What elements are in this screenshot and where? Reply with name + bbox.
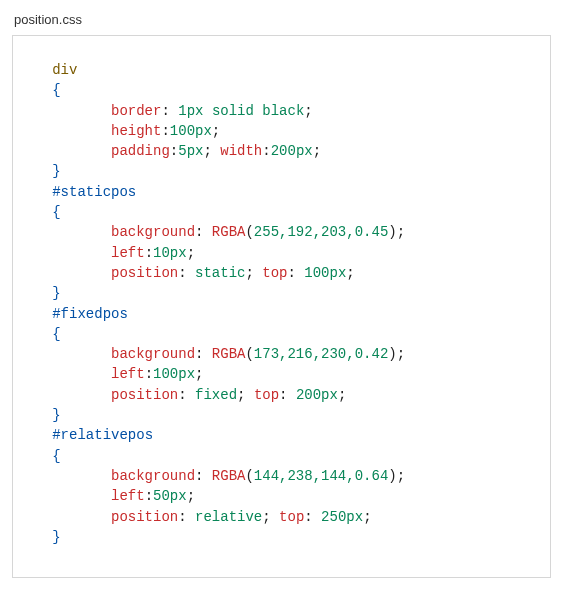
css-brace: } xyxy=(52,163,60,179)
css-semicolon: ; xyxy=(195,366,203,382)
css-colon: : xyxy=(195,468,203,484)
css-colon: : xyxy=(161,123,169,139)
css-function-args: 173,216,230,0.42 xyxy=(254,346,388,362)
css-property: position xyxy=(111,509,178,525)
css-paren: ) xyxy=(388,224,396,240)
css-semicolon: ; xyxy=(313,143,321,159)
css-semicolon: ; xyxy=(397,468,405,484)
css-value: solid xyxy=(212,103,254,119)
css-colon: : xyxy=(304,509,312,525)
css-semicolon: ; xyxy=(397,346,405,362)
css-property: background xyxy=(111,468,195,484)
css-function-name: RGBA xyxy=(212,224,246,240)
css-selector: #staticpos xyxy=(52,184,136,200)
css-property: padding xyxy=(111,143,170,159)
css-semicolon: ; xyxy=(245,265,253,281)
css-semicolon: ; xyxy=(397,224,405,240)
file-name-label: position.css xyxy=(14,12,551,27)
css-semicolon: ; xyxy=(187,488,195,504)
css-property: left xyxy=(111,366,145,382)
css-semicolon: ; xyxy=(203,143,211,159)
css-colon: : xyxy=(161,103,169,119)
css-value: 1px xyxy=(178,103,203,119)
css-property: top xyxy=(279,509,304,525)
css-value: static xyxy=(195,265,245,281)
css-function-name: RGBA xyxy=(212,346,246,362)
css-brace: } xyxy=(52,529,60,545)
css-brace: { xyxy=(52,326,60,342)
css-value: 50px xyxy=(153,488,187,504)
css-property: width xyxy=(220,143,262,159)
css-semicolon: ; xyxy=(363,509,371,525)
css-semicolon: ; xyxy=(346,265,354,281)
css-brace: } xyxy=(52,285,60,301)
css-brace: } xyxy=(52,407,60,423)
css-value: black xyxy=(262,103,304,119)
css-colon: : xyxy=(178,265,186,281)
css-value: fixed xyxy=(195,387,237,403)
css-colon: : xyxy=(170,143,178,159)
css-colon: : xyxy=(195,346,203,362)
css-colon: : xyxy=(288,265,296,281)
css-colon: : xyxy=(262,143,270,159)
css-colon: : xyxy=(279,387,287,403)
css-value: 200px xyxy=(271,143,313,159)
css-property: top xyxy=(254,387,279,403)
css-property: left xyxy=(111,488,145,504)
css-paren: ) xyxy=(388,468,396,484)
css-property: top xyxy=(262,265,287,281)
css-value: 10px xyxy=(153,245,187,261)
css-semicolon: ; xyxy=(262,509,270,525)
css-property: left xyxy=(111,245,145,261)
css-paren: ( xyxy=(245,224,253,240)
css-colon: : xyxy=(145,245,153,261)
css-function-args: 255,192,203,0.45 xyxy=(254,224,388,240)
css-paren: ( xyxy=(245,468,253,484)
css-brace: { xyxy=(52,448,60,464)
css-function-args: 144,238,144,0.64 xyxy=(254,468,388,484)
css-function-name: RGBA xyxy=(212,468,246,484)
css-value: 5px xyxy=(178,143,203,159)
css-property: border xyxy=(111,103,161,119)
css-value: 200px xyxy=(296,387,338,403)
css-property: background xyxy=(111,346,195,362)
css-value: 100px xyxy=(170,123,212,139)
css-semicolon: ; xyxy=(304,103,312,119)
css-colon: : xyxy=(145,488,153,504)
css-colon: : xyxy=(178,387,186,403)
css-property: position xyxy=(111,387,178,403)
code-container: div { border: 1px solid black; height:10… xyxy=(12,35,551,578)
css-property: background xyxy=(111,224,195,240)
css-paren: ) xyxy=(388,346,396,362)
css-semicolon: ; xyxy=(338,387,346,403)
css-colon: : xyxy=(195,224,203,240)
css-selector: #fixedpos xyxy=(52,306,128,322)
css-semicolon: ; xyxy=(212,123,220,139)
css-colon: : xyxy=(145,366,153,382)
css-selector: div xyxy=(52,62,77,78)
css-paren: ( xyxy=(245,346,253,362)
css-brace: { xyxy=(52,204,60,220)
css-value: relative xyxy=(195,509,262,525)
css-colon: : xyxy=(178,509,186,525)
css-value: 250px xyxy=(321,509,363,525)
css-property: position xyxy=(111,265,178,281)
css-value: 100px xyxy=(304,265,346,281)
css-value: 100px xyxy=(153,366,195,382)
css-code-block: div { border: 1px solid black; height:10… xyxy=(27,60,536,547)
css-brace: { xyxy=(52,82,60,98)
css-property: height xyxy=(111,123,161,139)
css-semicolon: ; xyxy=(237,387,245,403)
css-semicolon: ; xyxy=(187,245,195,261)
css-selector: #relativepos xyxy=(52,427,153,443)
